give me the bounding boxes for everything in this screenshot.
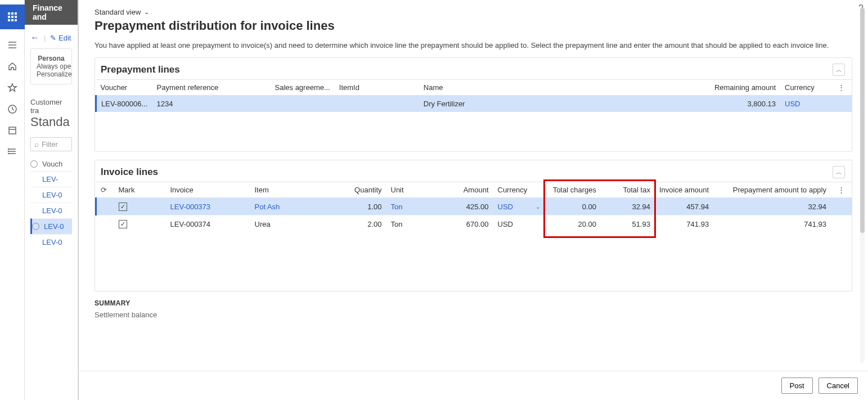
svg-rect-4: [11, 16, 14, 18]
edit-button[interactable]: ✎ Edit: [50, 34, 71, 42]
svg-rect-0: [8, 12, 10, 15]
filter-input[interactable]: ⌕ Filter: [30, 137, 72, 151]
col-sales-agreement[interactable]: Sales agreeme...: [271, 80, 335, 96]
col-invoice[interactable]: Invoice: [166, 182, 250, 198]
list-item[interactable]: LEV-0: [42, 238, 62, 246]
col-total-tax[interactable]: Total tax: [601, 182, 655, 198]
col-amount[interactable]: Amount: [439, 182, 493, 198]
bg-heading: Standa: [30, 115, 72, 129]
col-unit[interactable]: Unit: [386, 182, 439, 198]
col-remaining-amount[interactable]: Remaining amount: [710, 80, 780, 96]
col-prepayment-apply[interactable]: Prepayment amount to apply: [713, 182, 831, 198]
breadcrumb: Customer tra: [30, 98, 72, 115]
chevron-down-icon[interactable]: ⌄: [536, 204, 540, 210]
currency-link[interactable]: USD: [785, 100, 800, 108]
svg-rect-6: [8, 19, 10, 21]
remaining-cell: 3,800.13: [710, 96, 780, 113]
payment-ref-cell: 1234: [152, 96, 271, 113]
search-icon: ⌕: [34, 140, 39, 149]
workspace-icon[interactable]: [7, 125, 18, 136]
more-columns-button[interactable]: ⋮: [835, 186, 847, 194]
chevron-up-icon: ︿: [836, 66, 842, 74]
col-name[interactable]: Name: [419, 80, 710, 96]
dialog-footer: Post Cancel: [79, 371, 868, 400]
back-button[interactable]: ←: [30, 33, 39, 43]
name-cell: Dry Fertilizer: [419, 96, 710, 113]
invoice-row[interactable]: LEV-000373 Pot Ash 1.00 Ton 425.00 USD⌄ …: [96, 198, 852, 215]
invoice-link[interactable]: LEV-000373: [170, 203, 211, 211]
list-item[interactable]: LEV-0: [42, 206, 62, 215]
personalization-title: Persona: [37, 55, 66, 62]
recent-icon[interactable]: [7, 104, 18, 115]
modules-icon[interactable]: [7, 146, 18, 158]
col-mark[interactable]: Mark: [114, 182, 166, 198]
prepayment-amount-input[interactable]: 741.93: [713, 215, 831, 233]
col-currency[interactable]: Currency: [780, 80, 831, 96]
col-total-charges[interactable]: Total charges: [545, 182, 601, 198]
col-quantity[interactable]: Quantity: [332, 182, 386, 198]
col-itemid[interactable]: ItemId: [335, 80, 419, 96]
currency-link[interactable]: USD: [498, 203, 513, 211]
svg-rect-7: [11, 19, 14, 21]
page-description: You have applied at least one prepayment…: [95, 41, 852, 50]
list-item[interactable]: LEV-0: [44, 222, 64, 231]
invoice-lines-section: Invoice lines ︿ ⟳ Mark Invoice Item Quan…: [95, 160, 852, 291]
voucher-cell: LEV-800006...: [96, 96, 152, 113]
svg-rect-3: [8, 16, 10, 18]
svg-rect-5: [15, 16, 17, 18]
item-link[interactable]: Pot Ash: [255, 203, 280, 211]
collapse-button[interactable]: ︿: [833, 64, 845, 76]
background-page: Finance and ← | ✎ Edit Persona Always op…: [25, 0, 78, 400]
svg-point-19: [8, 151, 8, 152]
scrollbar[interactable]: [860, 8, 865, 362]
left-nav-rail: [0, 0, 25, 400]
view-switcher[interactable]: Standard view⌄: [95, 8, 149, 16]
col-voucher[interactable]: Voucher: [96, 80, 152, 96]
waffle-icon: [7, 12, 17, 22]
select-all-radio[interactable]: [30, 160, 38, 168]
refresh-icon[interactable]: ⟳: [101, 186, 107, 194]
prepayment-dialog: ? Standard view⌄ Prepayment distribution…: [78, 0, 868, 400]
section-title: Prepayment lines: [101, 64, 180, 75]
home-icon[interactable]: [7, 61, 18, 72]
prepayment-amount-input[interactable]: 32.94: [713, 198, 831, 215]
col-payment-reference[interactable]: Payment reference: [152, 80, 271, 96]
prepayment-row[interactable]: LEV-800006... 1234 Dry Fertilizer 3,800.…: [96, 96, 852, 113]
mark-checkbox[interactable]: [119, 220, 127, 228]
favorites-icon[interactable]: [7, 82, 18, 93]
summary-section: SUMMARY Settlement balance: [95, 299, 852, 319]
svg-rect-13: [9, 127, 16, 134]
mark-checkbox[interactable]: [119, 203, 127, 211]
col-currency[interactable]: Currency: [493, 182, 545, 198]
post-button[interactable]: Post: [781, 377, 813, 394]
more-columns-button[interactable]: ⋮: [835, 83, 847, 92]
cancel-button[interactable]: Cancel: [818, 377, 858, 394]
chevron-up-icon: ︿: [836, 168, 842, 177]
col-item[interactable]: Item: [250, 182, 332, 198]
svg-rect-8: [15, 19, 17, 21]
voucher-column-header: Vouch: [42, 160, 62, 168]
list-item[interactable]: LEV-0: [42, 191, 62, 199]
chevron-down-icon: ⌄: [144, 8, 149, 16]
svg-rect-1: [11, 12, 14, 15]
summary-title: SUMMARY: [95, 299, 852, 307]
svg-rect-2: [15, 12, 17, 15]
hamburger-icon[interactable]: [7, 39, 18, 51]
invoice-row[interactable]: LEV-000374 Urea 2.00 Ton 670.00 USD 20.0…: [96, 215, 852, 233]
svg-point-18: [8, 149, 8, 150]
section-title: Invoice lines: [101, 167, 158, 178]
unit-link[interactable]: Ton: [391, 203, 403, 211]
summary-line: Settlement balance: [95, 311, 852, 319]
prepayment-lines-section: Prepayment lines ︿ Voucher Payment refer…: [95, 57, 852, 152]
app-launcher-button[interactable]: [0, 5, 25, 29]
collapse-button[interactable]: ︿: [833, 166, 845, 178]
col-invoice-amount[interactable]: Invoice amount: [655, 182, 713, 198]
row-radio[interactable]: [32, 223, 39, 230]
page-title: Prepayment distribution for invoice line…: [95, 19, 852, 33]
list-item[interactable]: LEV-: [42, 175, 58, 183]
app-title: Finance and: [25, 0, 78, 25]
svg-point-20: [8, 154, 8, 154]
